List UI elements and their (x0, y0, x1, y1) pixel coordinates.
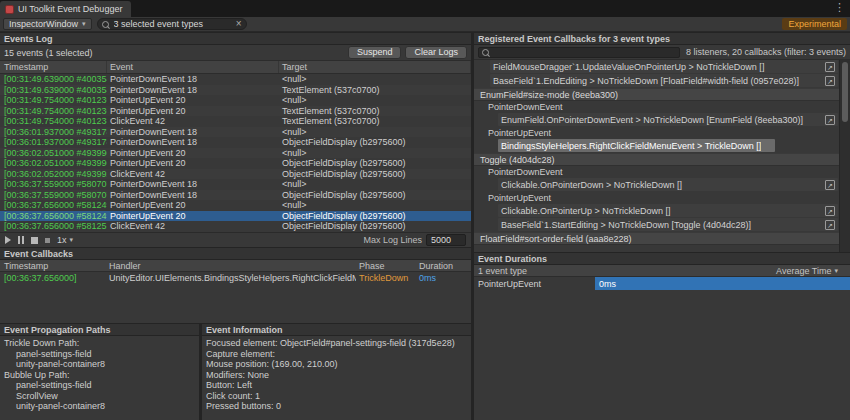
event-info-line: Mouse position: (169.00, 210.00) (202, 359, 471, 370)
scrollbar[interactable] (839, 60, 850, 252)
callback-item[interactable]: BaseField`1.StartEditing > NoTrickleDown… (498, 218, 838, 231)
main-split: Events Log 15 events (1 selected) Suspen… (0, 32, 850, 420)
average-time-label: Average Time (776, 266, 831, 276)
log-cell-event: PointerDownEvent 18 (107, 137, 279, 148)
callback-event-type-label[interactable]: PointerDownEvent (474, 101, 838, 113)
callback-item[interactable]: BaseField`1.EndEditing > NoTrickleDown [… (490, 74, 838, 87)
registered-callbacks-header: Registered Event Callbacks for 3 event t… (474, 32, 850, 45)
open-source-link-icon[interactable]: ↗ (825, 206, 835, 216)
column-duration[interactable]: Duration (416, 261, 471, 271)
callback-item[interactable]: Clickable.OnPointerDown > NoTrickleDown … (498, 178, 838, 191)
callback-item[interactable]: EnumField.OnPointerDownEvent > NoTrickle… (498, 113, 838, 126)
log-cell-timestamp: [00:36:37.559000 #580707] (0, 179, 107, 190)
log-cell-target: <null> (279, 95, 471, 106)
event-log-row[interactable]: [00:36:01.937000 #493178]PointerDownEven… (0, 137, 471, 148)
event-log-row[interactable]: [00:36:37.559000 #580707]PointerDownEven… (0, 190, 471, 201)
max-log-lines-input[interactable]: 5000 (426, 234, 466, 246)
event-duration-row[interactable]: PointerUpEvent 0ms (474, 277, 850, 290)
propagation-path-list: Trickle Down Path:panel-settings-fieldun… (0, 336, 199, 412)
event-log-row[interactable]: [00:36:02.051000 #493990]PointerUpEvent … (0, 158, 471, 169)
open-source-link-icon[interactable]: ↗ (825, 220, 835, 230)
column-handler[interactable]: Handler (106, 261, 356, 271)
scrollbar-thumb[interactable] (842, 62, 848, 122)
log-cell-event: PointerDownEvent 18 (107, 85, 279, 96)
event-log-row[interactable]: [00:31:49.639000 #400354]PointerDownEven… (0, 74, 471, 85)
registered-callbacks-list: FieldMouseDragger`1.UpdateValueOnPointer… (474, 60, 850, 252)
event-type-filter[interactable]: × (97, 18, 247, 30)
callback-item[interactable]: FieldMouseDragger`1.UpdateValueOnPointer… (490, 60, 838, 73)
open-source-link-icon[interactable]: ↗ (825, 76, 835, 86)
tab-ui-toolkit-event-debugger[interactable]: UI Toolkit Event Debugger (0, 1, 131, 17)
log-cell-event: PointerDownEvent 18 (107, 74, 279, 85)
step-icon[interactable] (45, 238, 50, 243)
callback-event-type-label[interactable]: PointerUpEvent (474, 192, 838, 204)
log-cell-target: <null> (279, 179, 471, 190)
event-log-row[interactable]: [00:36:02.052000 #493992]ClickEvent 42Ob… (0, 169, 471, 180)
callback-item[interactable]: BindingsStyleHelpers.RightClickFieldMenu… (498, 139, 775, 152)
event-log-row[interactable]: [00:31:49.639000 #400354]PointerDownEven… (0, 85, 471, 96)
tab-title: UI Toolkit Event Debugger (18, 4, 122, 14)
propagation-path-line: unity-panel-container8 (0, 359, 199, 370)
log-cell-timestamp: [00:31:49.754000 #401236] (0, 95, 107, 106)
event-log-row[interactable]: [00:36:01.937000 #493178]PointerDownEven… (0, 127, 471, 138)
column-target[interactable]: Target (279, 61, 471, 73)
log-cell-timestamp: [00:36:37.656000 #581251] (0, 221, 107, 232)
callbacks-search-field[interactable] (478, 47, 680, 58)
average-time-sort[interactable]: Average Time ▾ (776, 266, 846, 276)
playback-speed-dropdown[interactable]: 1x ▾ (57, 235, 73, 245)
column-phase[interactable]: Phase (356, 261, 416, 271)
left-column: Events Log 15 events (1 selected) Suspen… (0, 32, 471, 420)
event-log-row[interactable]: [00:31:49.754000 #401236]PointerUpEvent … (0, 95, 471, 106)
event-log-row[interactable]: [00:36:37.656000 #581251]ClickEvent 42Ob… (0, 221, 471, 232)
event-type-filter-input[interactable] (114, 19, 233, 29)
column-timestamp[interactable]: Timestamp (0, 261, 106, 271)
open-source-link-icon[interactable]: ↗ (825, 62, 835, 72)
event-information-list: Focused element: ObjectField#panel-setti… (202, 336, 471, 412)
suspend-button[interactable]: Suspend (348, 46, 402, 59)
callback-group-header[interactable]: Toggle (4d04dc28) (474, 153, 850, 166)
propagation-path-line: Bubble Up Path: (0, 370, 199, 381)
callback-event-type-label[interactable]: PointerUpEvent (474, 127, 838, 139)
events-log-infobar: 15 events (1 selected) Suspend Clear Log… (0, 45, 471, 61)
callback-group-header[interactable]: FloatField#sort-order-field (aaa8e228) (474, 232, 850, 245)
log-cell-event: PointerDownEvent 18 (107, 179, 279, 190)
log-cell-timestamp: [00:36:02.051000 #493990] (0, 148, 107, 159)
log-cell-event: ClickEvent 42 (107, 116, 279, 127)
open-source-link-icon[interactable]: ↗ (825, 115, 835, 125)
callback-handler: UnityEditor.UIElements.BindingsStyleHelp… (106, 273, 356, 283)
log-cell-event: PointerDownEvent 18 (107, 190, 279, 201)
window-menu-icon[interactable]: ⋮ (834, 2, 845, 13)
event-log-row[interactable]: [00:36:37.559000 #580707]PointerDownEven… (0, 179, 471, 190)
column-event[interactable]: Event (107, 61, 279, 73)
event-log-row[interactable]: [00:36:02.051000 #493990]PointerUpEvent … (0, 148, 471, 159)
log-cell-target: ObjectFieldDisplay (b2975600) (279, 169, 471, 180)
event-log-row[interactable]: [00:36:37.656000 #581249]PointerUpEvent … (0, 200, 471, 211)
callback-label: BaseField`1.EndEditing > NoTrickleDown [… (490, 76, 821, 86)
callback-group-header[interactable]: EnumField#size-mode (8eeba300) (474, 88, 850, 101)
event-log-row[interactable]: [00:31:49.754000 #401236]PointerUpEvent … (0, 106, 471, 117)
right-column: Registered Event Callbacks for 3 event t… (474, 32, 850, 420)
event-information-panel: Event Information Focused element: Objec… (202, 323, 471, 420)
event-info-line: Focused element: ObjectField#panel-setti… (202, 338, 471, 349)
column-timestamp[interactable]: Timestamp (0, 61, 107, 73)
event-log-row[interactable]: [00:36:37.656000 #581249]PointerUpEvent … (0, 211, 471, 222)
callback-item[interactable]: Clickable.OnPointerUp > NoTrickleDown []… (498, 204, 838, 217)
window-tab-bar: UI Toolkit Event Debugger ⋮ (0, 0, 850, 17)
pause-icon[interactable] (18, 236, 24, 244)
play-icon[interactable] (5, 236, 11, 244)
window-picker-dropdown[interactable]: InspectorWindow ▾ (3, 18, 92, 30)
experimental-badge: Experimental (782, 18, 847, 30)
callback-label: FieldMouseDragger`1.UpdateValueOnPointer… (490, 62, 821, 72)
event-callbacks-column-headers: Timestamp Handler Phase Duration (0, 260, 471, 272)
clear-filter-icon[interactable]: × (236, 19, 242, 29)
event-callback-row[interactable]: [00:36:37.656000] UnityEditor.UIElements… (0, 272, 471, 284)
log-cell-event: PointerUpEvent 20 (107, 95, 279, 106)
stop-icon[interactable] (31, 237, 38, 244)
log-cell-event: ClickEvent 42 (107, 169, 279, 180)
clear-logs-button[interactable]: Clear Logs (405, 46, 467, 59)
debugger-icon (5, 5, 14, 14)
callback-event-type-label[interactable]: PointerDownEvent (474, 166, 838, 178)
callbacks-search-input[interactable] (494, 47, 676, 57)
event-log-row[interactable]: [00:31:49.754000 #401238]ClickEvent 42Te… (0, 116, 471, 127)
open-source-link-icon[interactable]: ↗ (825, 180, 835, 190)
